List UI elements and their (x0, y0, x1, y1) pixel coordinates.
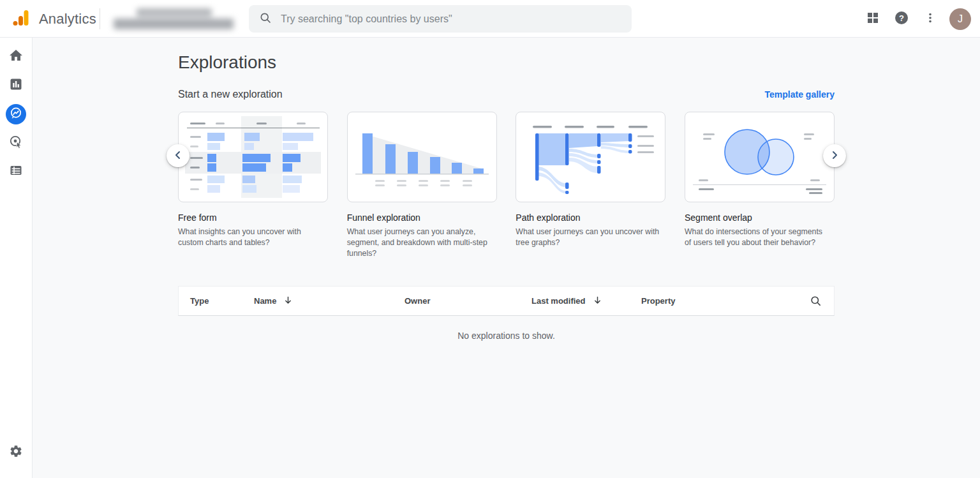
global-search[interactable] (249, 5, 632, 33)
column-header-name[interactable]: Name (254, 287, 293, 315)
card-title: Funnel exploration (347, 213, 497, 223)
empty-state-message: No explorations to show. (178, 331, 835, 341)
sidebar-item-admin[interactable] (6, 442, 26, 463)
reports-icon (8, 77, 24, 94)
help-icon: ? (895, 11, 909, 27)
column-header-type: Type (190, 287, 209, 315)
venn-thumbnail (685, 112, 835, 202)
topbar-actions: ? J (861, 0, 971, 38)
sort-arrow-down-icon (593, 295, 602, 307)
explorations-table: Type Name Owner Last modified (178, 286, 835, 341)
home-icon (8, 48, 24, 66)
analytics-logo-icon (11, 8, 31, 30)
sidebar-item-explore[interactable] (6, 104, 26, 124)
left-nav (0, 38, 33, 478)
more-options-button[interactable] (918, 7, 942, 31)
library-icon (8, 163, 24, 181)
card-description: What user journeys can you uncover with … (516, 227, 661, 248)
top-app-bar: Analytics ? (0, 0, 980, 38)
help-button[interactable]: ? (889, 7, 914, 31)
brand-name: Analytics (39, 11, 96, 27)
card-title: Free form (178, 213, 328, 223)
template-cards-row: Free form What insights can you uncover … (178, 112, 835, 259)
template-gallery-link[interactable]: Template gallery (765, 89, 835, 100)
sidebar-item-home[interactable] (6, 47, 26, 67)
table-search-button[interactable] (807, 294, 824, 310)
card-description: What user journeys can you analyze, segm… (347, 227, 493, 259)
brand: Analytics (11, 0, 96, 38)
sidebar-item-reports[interactable] (6, 75, 26, 96)
carousel-previous-button[interactable] (167, 144, 189, 167)
sidebar-item-library[interactable] (6, 161, 26, 182)
carousel-next-button[interactable] (823, 144, 846, 167)
search-icon (259, 11, 272, 27)
chevron-left-icon (173, 150, 183, 162)
column-header-property: Property (641, 287, 675, 315)
sort-arrow-down-icon (283, 295, 293, 307)
card-title: Segment overlap (685, 213, 835, 223)
search-icon (810, 295, 822, 309)
template-card-segment-overlap[interactable]: Segment overlap What do intersections of… (685, 112, 835, 259)
column-header-last-modified[interactable]: Last modified (531, 287, 602, 315)
svg-text:?: ? (899, 13, 904, 23)
sidebar-item-advertising[interactable] (6, 133, 26, 153)
section-label: Start a new exploration (178, 89, 283, 100)
template-card-funnel[interactable]: Funnel exploration What user journeys ca… (347, 112, 497, 259)
main-content: Explorations Start a new exploration Tem… (33, 38, 980, 478)
search-input[interactable] (281, 13, 621, 25)
template-card-path[interactable]: Path exploration What user journeys can … (516, 112, 665, 259)
grid-icon (867, 12, 879, 26)
card-description: What do intersections of your segments o… (685, 227, 830, 248)
template-card-free-form[interactable]: Free form What insights can you uncover … (178, 112, 328, 259)
card-title: Path exploration (516, 213, 665, 223)
funnel-thumbnail (347, 112, 497, 202)
chevron-right-icon (829, 150, 840, 162)
card-description: What insights can you uncover with custo… (178, 227, 323, 248)
more-vert-icon (924, 12, 936, 26)
org-switcher-button[interactable] (861, 7, 885, 31)
free-form-thumbnail (178, 112, 328, 202)
explore-icon (9, 106, 23, 123)
table-header-row: Type Name Owner Last modified (178, 286, 835, 316)
avatar-letter: J (958, 13, 963, 25)
account-selector-redacted[interactable] (110, 6, 237, 32)
page-title: Explorations (178, 53, 835, 72)
redacted-line (114, 19, 234, 29)
account-avatar[interactable]: J (949, 8, 971, 30)
advertising-icon (8, 134, 24, 152)
divider (100, 8, 100, 29)
redacted-line (137, 8, 212, 17)
column-header-owner: Owner (405, 287, 430, 315)
gear-icon (9, 444, 23, 461)
path-thumbnail (516, 112, 665, 202)
